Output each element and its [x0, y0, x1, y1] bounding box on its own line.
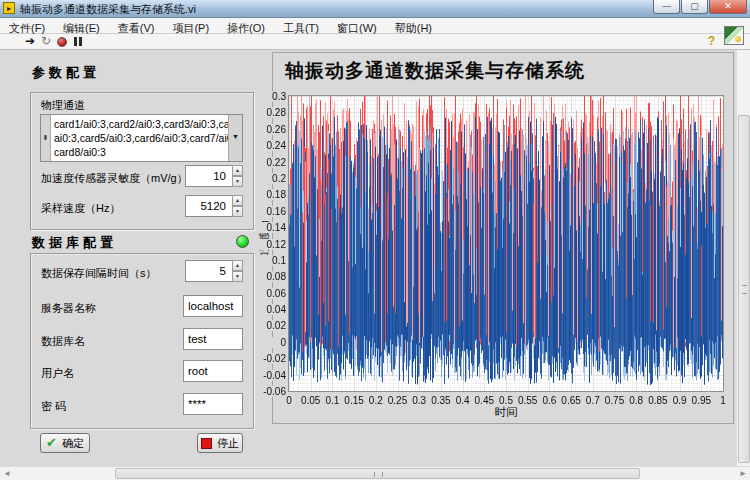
y-tick-label: 0.2	[256, 173, 286, 184]
vertical-scrollbar[interactable]	[736, 50, 750, 466]
channel-text-line: card1/ai0:3,card2/ai0:3,card3/ai0:3,card…	[54, 117, 227, 131]
save-interval-spinner[interactable]: ▲ ▼	[232, 260, 243, 282]
menu-item-6[interactable]: 窗口(W)	[328, 20, 386, 35]
chart-panel: 轴振动多通道数据采集与存储系统 加速度/g 时间 0.30.280.260.24…	[272, 52, 734, 424]
scroll-left-icon[interactable]: ◄	[3, 468, 11, 480]
chevron-down-icon[interactable]: ▼	[228, 115, 242, 161]
run-icon[interactable]: ➔	[25, 35, 35, 48]
front-panel: 参数配置 物理通道 ▮ card1/ai0:3,card2/ai0:3,card…	[0, 50, 736, 466]
spin-down-icon[interactable]: ▼	[232, 271, 243, 282]
io-selector-icon[interactable]: ▮	[41, 115, 51, 161]
run-continuously-icon[interactable]: ↻	[41, 35, 51, 48]
abort-icon[interactable]	[57, 37, 67, 47]
y-tick-label: 0.1	[256, 255, 286, 266]
checkmark-icon: ✔	[46, 438, 57, 448]
spin-up-icon[interactable]: ▲	[232, 165, 243, 176]
x-tick-label: 1	[708, 395, 738, 406]
database-name-label: 数据库名	[41, 334, 85, 349]
y-tick-label: -0.04	[256, 370, 286, 381]
labview-app-icon: ▸	[3, 2, 15, 14]
username-input[interactable]	[183, 360, 243, 382]
vi-icon[interactable]	[724, 26, 744, 45]
save-interval-label: 数据保存间隔时间（s）	[41, 266, 157, 281]
y-tick-label: 0.22	[256, 157, 286, 168]
physical-channel-combobox[interactable]: ▮ card1/ai0:3,card2/ai0:3,card3/ai0:3,ca…	[40, 114, 243, 162]
horizontal-scrollbar[interactable]: ◄ ►	[0, 466, 750, 480]
y-tick-label: 0	[256, 337, 286, 348]
scroll-right-icon[interactable]: ►	[739, 468, 747, 480]
y-tick-label: 0.16	[256, 206, 286, 217]
spin-up-icon[interactable]: ▲	[232, 195, 243, 206]
menu-item-1[interactable]: 编辑(E)	[54, 20, 109, 35]
menu-item-2[interactable]: 查看(V)	[109, 20, 164, 35]
y-tick-label: 0.24	[256, 140, 286, 151]
menu-item-0[interactable]: 文件(F)	[0, 20, 54, 35]
ok-button[interactable]: ✔ 确定	[40, 433, 90, 453]
menu-bar: 文件(F)编辑(E)查看(V)项目(P)操作(O)工具(T)窗口(W)帮助(H)	[0, 18, 750, 34]
context-help-icon[interactable]: ?	[708, 34, 715, 48]
minimize-button[interactable]: —	[653, 0, 680, 14]
y-tick-label: 0.18	[256, 189, 286, 200]
y-tick-label: 0.14	[256, 222, 286, 233]
y-tick-label: 0.12	[256, 239, 286, 250]
spin-up-icon[interactable]: ▲	[232, 260, 243, 271]
y-tick-label: 0.3	[256, 91, 286, 102]
window-title: 轴振动多通道数据采集与存储系统.vi	[20, 2, 196, 17]
sensitivity-label: 加速度传感器灵敏度（mV/g）	[41, 171, 188, 186]
menu-item-5[interactable]: 工具(T)	[274, 20, 328, 35]
x-axis-label: 时间	[456, 405, 556, 420]
spin-down-icon[interactable]: ▼	[232, 206, 243, 217]
y-tick-label: 0.26	[256, 124, 286, 135]
menu-item-7[interactable]: 帮助(H)	[386, 20, 441, 35]
database-status-led[interactable]	[236, 235, 249, 248]
y-tick-label: 0.04	[256, 304, 286, 315]
sample-rate-spinner[interactable]: ▲ ▼	[232, 195, 243, 217]
database-name-input[interactable]	[183, 328, 243, 350]
y-tick-label: 0.28	[256, 107, 286, 118]
sensitivity-spinner[interactable]: ▲ ▼	[232, 165, 243, 187]
physical-channel-label: 物理通道	[41, 98, 85, 113]
password-label: 密码	[41, 399, 69, 414]
title-bar[interactable]: ▸ 轴振动多通道数据采集与存储系统.vi — ▢ ✕	[0, 0, 750, 18]
menu-item-4[interactable]: 操作(O)	[218, 20, 274, 35]
y-tick-label: 0.02	[256, 320, 286, 331]
server-name-input[interactable]	[183, 295, 243, 317]
menu-item-3[interactable]: 项目(P)	[163, 20, 218, 35]
waveform-chart-plot[interactable]	[288, 95, 724, 392]
toolbar: ➔ ↻ ?	[0, 34, 750, 50]
server-name-label: 服务器名称	[41, 301, 96, 316]
vertical-scrollbar-thumb[interactable]	[738, 115, 750, 463]
stop-square-icon	[201, 438, 212, 449]
username-label: 用户名	[41, 366, 74, 381]
maximize-button[interactable]: ▢	[681, 0, 708, 14]
stop-button-label: 停止	[217, 436, 239, 451]
spin-down-icon[interactable]: ▼	[232, 176, 243, 187]
horizontal-scrollbar-thumb[interactable]	[115, 468, 640, 479]
database-section-header: 数据库配置	[32, 234, 117, 252]
params-section-header: 参数配置	[32, 64, 100, 82]
y-tick-label: -0.02	[256, 353, 286, 364]
physical-channel-text[interactable]: card1/ai0:3,card2/ai0:3,card3/ai0:3,card…	[51, 115, 228, 161]
waveform-canvas[interactable]	[289, 96, 723, 391]
sample-rate-label: 采样速度（Hz）	[41, 201, 120, 216]
chart-title: 轴振动多通道数据采集与存储系统	[285, 58, 585, 84]
close-button[interactable]: ✕	[709, 0, 747, 14]
password-input[interactable]	[183, 393, 243, 415]
y-tick-label: 0.08	[256, 271, 286, 282]
channel-text-line: ai0:3,card5/ai0:3,card6/ai0:3,card7/ai0:…	[54, 131, 227, 145]
pause-icon[interactable]	[74, 37, 82, 46]
labview-window: ▸ 轴振动多通道数据采集与存储系统.vi — ▢ ✕ 文件(F)编辑(E)查看(…	[0, 0, 750, 480]
stop-button[interactable]: 停止	[197, 433, 243, 453]
ok-button-label: 确定	[62, 436, 84, 451]
channel-text-line: card8/ai0:3	[54, 145, 227, 159]
y-tick-label: 0.06	[256, 288, 286, 299]
